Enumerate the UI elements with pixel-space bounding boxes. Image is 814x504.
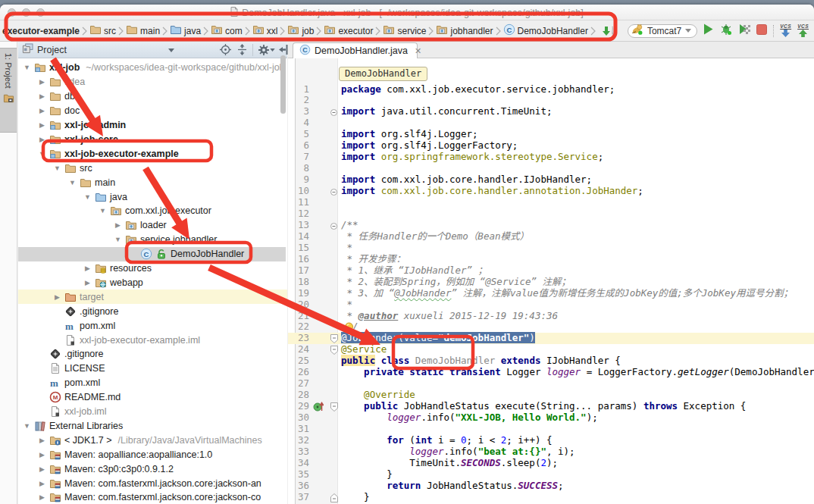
- tree-item-com-xxl-job-executor[interactable]: ▼com.xxl.job.executor: [18, 204, 287, 218]
- debug-button[interactable]: [719, 23, 733, 39]
- tree-item-xxl-job-core[interactable]: ▶xxl-job-core: [18, 133, 287, 147]
- tree-item-maven-com-fasterxml-jackson-core-jackson-co[interactable]: ▶Maven: com.fasterxml.jackson.core:jacks…: [18, 490, 287, 504]
- breadcrumb-item-jobhandler[interactable]: jobhandler: [436, 23, 493, 38]
- chevron-collapsed-icon[interactable]: ▶: [50, 293, 64, 301]
- tree-item--idea[interactable]: ▶.idea: [18, 75, 287, 89]
- tree-scrollbar[interactable]: [280, 55, 286, 114]
- code-line-29[interactable]: 29 public JobHandleStatus execute(String…: [288, 401, 814, 412]
- code-line-26[interactable]: 26 private static transient Logger logge…: [288, 367, 814, 378]
- code-line-8[interactable]: 8: [288, 163, 814, 174]
- code-line-6[interactable]: 6import org.slf4j.LoggerFactory;: [288, 140, 814, 152]
- vcs-update-button[interactable]: VCS: [780, 24, 791, 37]
- chevron-collapsed-icon[interactable]: ▶: [80, 265, 95, 272]
- code-line-15[interactable]: 15 *: [288, 243, 814, 254]
- code-line-22[interactable]: 22 */: [288, 321, 814, 333]
- chevron-collapsed-icon[interactable]: ▶: [35, 493, 49, 501]
- tree-item-readme-md[interactable]: MREADME.md: [18, 390, 287, 405]
- breadcrumb-item-java[interactable]: java: [170, 23, 201, 38]
- gear-icon[interactable]: [258, 44, 275, 56]
- code-line-4[interactable]: 4: [288, 117, 814, 129]
- chevron-collapsed-icon[interactable]: ▶: [35, 451, 49, 459]
- code-line-10[interactable]: 10import com.xxl.job.core.handler.annota…: [288, 186, 814, 197]
- breadcrumb-item-service[interactable]: service: [383, 23, 426, 38]
- editor-tab[interactable]: C DemoJobHandler.java ✕: [293, 42, 418, 58]
- tree-item-db[interactable]: ▶db: [18, 89, 287, 104]
- code-line-25[interactable]: 25public class DemoJobHandler extends IJ…: [288, 355, 814, 367]
- breadcrumb-item-demojobhandler[interactable]: CDemoJobHandler: [503, 23, 588, 38]
- code-line-12[interactable]: 12: [288, 208, 814, 220]
- code-line-28[interactable]: 28 @Override: [288, 390, 814, 401]
- tree-item-main[interactable]: ▼main: [18, 175, 287, 189]
- code-line-23[interactable]: 23@JobHander(value="demoJobHandler"): [288, 333, 814, 344]
- code-line-35[interactable]: 35 }: [288, 469, 814, 481]
- chevron-down-icon[interactable]: [168, 49, 174, 52]
- tree-item-xxl-job[interactable]: ▼xxl-job~/workspaces/idea-git-workspace/…: [18, 61, 287, 75]
- chevron-collapsed-icon[interactable]: ▶: [35, 107, 49, 114]
- code-line-20[interactable]: 20 *: [288, 299, 814, 311]
- code-line-17[interactable]: 17 * 1、继承 “IJobHandler” ；: [288, 265, 814, 277]
- code-line-16[interactable]: 16 * 开发步骤：: [288, 254, 814, 265]
- tree-item--jdk1-7-[interactable]: ▶< JDK1.7 >/Library/Java/JavaVirtualMach…: [18, 433, 287, 447]
- code-line-18[interactable]: 18 * 2、装配到Spring，例如加 “@Service” 注解；: [288, 277, 814, 288]
- vcs-commit-button[interactable]: VCS: [797, 24, 809, 37]
- chevron-collapsed-icon[interactable]: ▶: [35, 437, 49, 444]
- chevron-expanded-icon[interactable]: ▼: [80, 193, 95, 201]
- code-line-30[interactable]: 30 logger.info("XXL-JOB, Hello World.");: [288, 412, 814, 424]
- breadcrumb-item-executor-example[interactable]: executor-example: [2, 26, 80, 36]
- project-panel-title[interactable]: Project: [37, 45, 67, 55]
- code-line-21[interactable]: 21 * @author xuxueli 2015-12-19 19:43:36: [288, 311, 814, 322]
- tree-item-xxl-job-executor-example[interactable]: ▼xxl-job-executor-example: [18, 146, 287, 161]
- code-line-32[interactable]: 32 for (int i = 0; i < 2; i++) {: [288, 435, 814, 446]
- chevron-collapsed-icon[interactable]: ▶: [35, 480, 49, 487]
- code-line-3[interactable]: 3import java.util.concurrent.TimeUnit;: [288, 106, 814, 117]
- chevron-expanded-icon[interactable]: ▼: [111, 236, 125, 243]
- code-line-11[interactable]: 11: [288, 197, 814, 208]
- locate-icon[interactable]: [220, 44, 231, 58]
- tree-item-xxl-job-iml[interactable]: xxl-job.iml: [18, 405, 287, 419]
- code-line-14[interactable]: 14 * 任务Handler的一个Demo（Bean模式）: [288, 231, 814, 243]
- tree-item-maven-aopalliance-aopalliance-1-0[interactable]: ▶Maven: aopalliance:aopalliance:1.0: [18, 447, 287, 462]
- run-button[interactable]: [703, 23, 713, 38]
- tree-item-demojobhandler[interactable]: CDemoJobHandler: [18, 247, 286, 261]
- breadcrumb-item-job[interactable]: job: [287, 23, 314, 38]
- tree-item-pom-xml[interactable]: mpom.xml: [18, 376, 287, 390]
- chevron-collapsed-icon[interactable]: ▶: [35, 136, 49, 143]
- chevron-expanded-icon[interactable]: ▼: [20, 64, 34, 71]
- breadcrumb-item-main[interactable]: main: [126, 23, 160, 38]
- tree-item-maven-c3p0-c3p0-0-9-1-2[interactable]: ▶Maven: c3p0:c3p0:0.9.1.2: [18, 462, 287, 476]
- breadcrumb-item-com[interactable]: com: [211, 23, 243, 38]
- coverage-button[interactable]: [739, 23, 750, 38]
- chevron-expanded-icon[interactable]: ▼: [50, 164, 64, 172]
- breadcrumb-item-src[interactable]: src: [89, 23, 116, 38]
- chevron-collapsed-icon[interactable]: ▶: [35, 92, 49, 100]
- breadcrumb-item-executor[interactable]: executor: [324, 23, 373, 38]
- chevron-expanded-icon[interactable]: ▼: [95, 207, 110, 214]
- collapse-all-icon[interactable]: [236, 44, 248, 58]
- code-line-19[interactable]: 19 * 3、加 “@JobHander” 注解，注解value值为新增任务生成…: [288, 288, 814, 299]
- tree-item-target[interactable]: ▶target: [18, 290, 287, 304]
- tree-item-loader[interactable]: ▶loader: [18, 218, 287, 233]
- code-line-37[interactable]: 37 }: [288, 492, 814, 503]
- chevron-collapsed-icon[interactable]: ▶: [111, 221, 125, 229]
- tree-item-webapp[interactable]: ▶webapp: [18, 276, 287, 290]
- code-line-2[interactable]: 2: [288, 95, 814, 106]
- tree-item-xxl-job-executor-example-iml[interactable]: xxl-job-executor-example.iml: [18, 333, 287, 347]
- chevron-collapsed-icon[interactable]: ▶: [35, 121, 49, 129]
- chevron-expanded-icon[interactable]: ▼: [20, 422, 34, 430]
- tree-item-src[interactable]: ▼src: [18, 161, 287, 175]
- tree-item-service-jobhandler[interactable]: ▼service.jobhandler: [18, 233, 287, 247]
- tree-item-pom-xml[interactable]: mpom.xml: [18, 318, 287, 333]
- run-configuration-select[interactable]: Tomcat7: [628, 24, 697, 38]
- code-line-27[interactable]: 27: [288, 378, 814, 390]
- chevron-collapsed-icon[interactable]: ▶: [80, 279, 95, 286]
- tree-item-resources[interactable]: ▶resources: [18, 261, 287, 276]
- tree-item-xxl-job-admin[interactable]: ▶xxl-job-admin: [18, 118, 287, 133]
- tree-item-license[interactable]: LICENSE: [18, 362, 287, 376]
- chevron-collapsed-icon[interactable]: ▶: [35, 465, 49, 473]
- tree-item-doc[interactable]: ▶doc: [18, 104, 287, 118]
- tree-item--gitignore[interactable]: .gitignore: [18, 304, 287, 318]
- close-tab-icon[interactable]: ✕: [415, 46, 421, 56]
- code-line-9[interactable]: 9import com.xxl.job.core.handler.IJobHan…: [288, 174, 814, 186]
- tree-item-external-libraries[interactable]: ▼External Libraries: [18, 419, 287, 434]
- code-line-13[interactable]: 13/**: [288, 220, 814, 231]
